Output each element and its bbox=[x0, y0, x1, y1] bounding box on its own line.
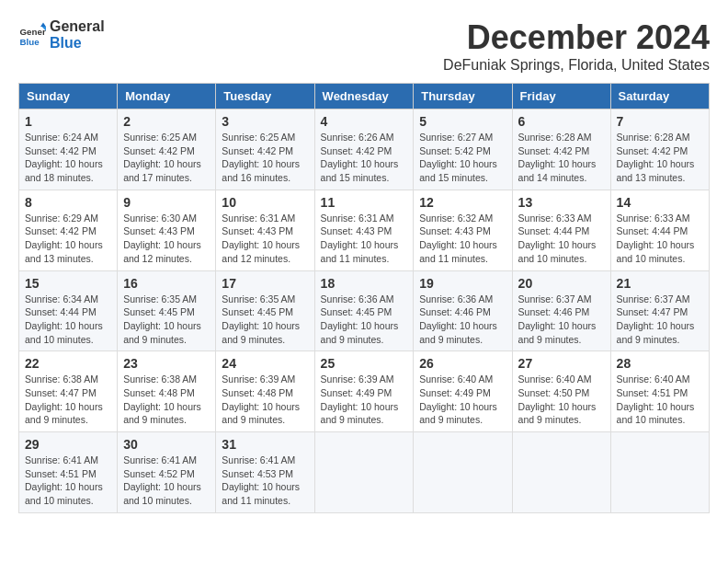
day-header-monday: Monday bbox=[118, 84, 216, 109]
day-cell-14: 14Sunrise: 6:33 AMSunset: 4:44 PMDayligh… bbox=[610, 190, 709, 270]
day-info: Sunrise: 6:38 AMSunset: 4:48 PMDaylight:… bbox=[123, 373, 210, 427]
day-cell-10: 10Sunrise: 6:31 AMSunset: 4:43 PMDayligh… bbox=[216, 190, 314, 270]
day-number: 29 bbox=[25, 437, 111, 452]
svg-text:General: General bbox=[20, 27, 47, 37]
calendar-week-1: 1Sunrise: 6:24 AMSunset: 4:42 PMDaylight… bbox=[19, 109, 710, 190]
svg-marker-2 bbox=[40, 22, 46, 27]
day-cell-20: 20Sunrise: 6:37 AMSunset: 4:46 PMDayligh… bbox=[512, 270, 610, 351]
day-number: 20 bbox=[518, 276, 605, 291]
day-cell-1: 1Sunrise: 6:24 AMSunset: 4:42 PMDaylight… bbox=[19, 109, 118, 190]
calendar-table: SundayMondayTuesdayWednesdayThursdayFrid… bbox=[18, 83, 710, 513]
day-number: 10 bbox=[222, 195, 308, 210]
day-cell-29: 29Sunrise: 6:41 AMSunset: 4:51 PMDayligh… bbox=[19, 432, 118, 513]
day-info: Sunrise: 6:41 AMSunset: 4:53 PMDaylight:… bbox=[222, 454, 308, 508]
day-cell-7: 7Sunrise: 6:28 AMSunset: 4:42 PMDaylight… bbox=[610, 109, 709, 190]
day-cell-9: 9Sunrise: 6:30 AMSunset: 4:43 PMDaylight… bbox=[118, 190, 216, 270]
day-info: Sunrise: 6:30 AMSunset: 4:43 PMDaylight:… bbox=[123, 212, 210, 266]
day-info: Sunrise: 6:40 AMSunset: 4:51 PMDaylight:… bbox=[617, 373, 703, 427]
empty-cell bbox=[414, 432, 512, 513]
day-info: Sunrise: 6:28 AMSunset: 4:42 PMDaylight:… bbox=[518, 131, 605, 185]
day-info: Sunrise: 6:35 AMSunset: 4:45 PMDaylight:… bbox=[123, 293, 210, 347]
day-info: Sunrise: 6:25 AMSunset: 4:42 PMDaylight:… bbox=[222, 131, 308, 185]
day-number: 4 bbox=[321, 114, 408, 129]
calendar-week-2: 8Sunrise: 6:29 AMSunset: 4:42 PMDaylight… bbox=[19, 190, 710, 270]
day-number: 3 bbox=[222, 114, 308, 129]
day-cell-4: 4Sunrise: 6:26 AMSunset: 4:42 PMDaylight… bbox=[314, 109, 414, 190]
day-header-thursday: Thursday bbox=[414, 84, 512, 109]
page-header: General Blue General Blue December 2024 … bbox=[18, 18, 710, 74]
logo-text-general: General bbox=[50, 18, 105, 35]
day-header-friday: Friday bbox=[512, 84, 610, 109]
day-number: 8 bbox=[25, 195, 111, 210]
day-info: Sunrise: 6:35 AMSunset: 4:45 PMDaylight:… bbox=[222, 293, 308, 347]
day-number: 18 bbox=[321, 276, 408, 291]
day-number: 25 bbox=[321, 356, 408, 371]
day-cell-12: 12Sunrise: 6:32 AMSunset: 4:43 PMDayligh… bbox=[414, 190, 512, 270]
day-cell-28: 28Sunrise: 6:40 AMSunset: 4:51 PMDayligh… bbox=[610, 351, 709, 432]
day-info: Sunrise: 6:31 AMSunset: 4:43 PMDaylight:… bbox=[321, 212, 408, 266]
day-info: Sunrise: 6:29 AMSunset: 4:42 PMDaylight:… bbox=[25, 212, 111, 266]
day-info: Sunrise: 6:40 AMSunset: 4:50 PMDaylight:… bbox=[518, 373, 605, 427]
logo-icon: General Blue bbox=[18, 21, 46, 49]
day-number: 31 bbox=[222, 437, 308, 452]
day-cell-27: 27Sunrise: 6:40 AMSunset: 4:50 PMDayligh… bbox=[512, 351, 610, 432]
day-number: 23 bbox=[123, 356, 210, 371]
day-info: Sunrise: 6:41 AMSunset: 4:52 PMDaylight:… bbox=[123, 454, 210, 508]
day-info: Sunrise: 6:33 AMSunset: 4:44 PMDaylight:… bbox=[617, 212, 703, 266]
day-number: 5 bbox=[419, 114, 506, 129]
day-cell-8: 8Sunrise: 6:29 AMSunset: 4:42 PMDaylight… bbox=[19, 190, 118, 270]
day-number: 24 bbox=[222, 356, 308, 371]
day-info: Sunrise: 6:24 AMSunset: 4:42 PMDaylight:… bbox=[25, 131, 111, 185]
day-cell-2: 2Sunrise: 6:25 AMSunset: 4:42 PMDaylight… bbox=[118, 109, 216, 190]
day-number: 1 bbox=[25, 114, 111, 129]
calendar-week-3: 15Sunrise: 6:34 AMSunset: 4:44 PMDayligh… bbox=[19, 270, 710, 351]
empty-cell bbox=[512, 432, 610, 513]
day-info: Sunrise: 6:39 AMSunset: 4:48 PMDaylight:… bbox=[222, 373, 308, 427]
day-info: Sunrise: 6:27 AMSunset: 5:42 PMDaylight:… bbox=[419, 131, 506, 185]
day-number: 7 bbox=[617, 114, 703, 129]
day-info: Sunrise: 6:37 AMSunset: 4:47 PMDaylight:… bbox=[617, 293, 703, 347]
day-info: Sunrise: 6:32 AMSunset: 4:43 PMDaylight:… bbox=[419, 212, 506, 266]
day-info: Sunrise: 6:36 AMSunset: 4:45 PMDaylight:… bbox=[321, 293, 408, 347]
day-info: Sunrise: 6:38 AMSunset: 4:47 PMDaylight:… bbox=[25, 373, 111, 427]
day-cell-18: 18Sunrise: 6:36 AMSunset: 4:45 PMDayligh… bbox=[314, 270, 414, 351]
day-header-tuesday: Tuesday bbox=[216, 84, 314, 109]
day-number: 15 bbox=[25, 276, 111, 291]
day-number: 27 bbox=[518, 356, 605, 371]
day-number: 21 bbox=[617, 276, 703, 291]
day-number: 9 bbox=[123, 195, 210, 210]
day-info: Sunrise: 6:31 AMSunset: 4:43 PMDaylight:… bbox=[222, 212, 308, 266]
day-info: Sunrise: 6:28 AMSunset: 4:42 PMDaylight:… bbox=[617, 131, 703, 185]
day-cell-13: 13Sunrise: 6:33 AMSunset: 4:44 PMDayligh… bbox=[512, 190, 610, 270]
day-cell-16: 16Sunrise: 6:35 AMSunset: 4:45 PMDayligh… bbox=[118, 270, 216, 351]
day-number: 12 bbox=[419, 195, 506, 210]
empty-cell bbox=[314, 432, 414, 513]
day-info: Sunrise: 6:33 AMSunset: 4:44 PMDaylight:… bbox=[518, 212, 605, 266]
calendar-week-4: 22Sunrise: 6:38 AMSunset: 4:47 PMDayligh… bbox=[19, 351, 710, 432]
day-cell-6: 6Sunrise: 6:28 AMSunset: 4:42 PMDaylight… bbox=[512, 109, 610, 190]
day-header-sunday: Sunday bbox=[19, 84, 118, 109]
day-cell-23: 23Sunrise: 6:38 AMSunset: 4:48 PMDayligh… bbox=[118, 351, 216, 432]
day-cell-17: 17Sunrise: 6:35 AMSunset: 4:45 PMDayligh… bbox=[216, 270, 314, 351]
day-number: 16 bbox=[123, 276, 210, 291]
day-number: 28 bbox=[617, 356, 703, 371]
day-number: 30 bbox=[123, 437, 210, 452]
title-section: December 2024 DeFuniak Springs, Florida,… bbox=[443, 18, 710, 74]
day-header-saturday: Saturday bbox=[610, 84, 709, 109]
day-cell-15: 15Sunrise: 6:34 AMSunset: 4:44 PMDayligh… bbox=[19, 270, 118, 351]
subtitle: DeFuniak Springs, Florida, United States bbox=[443, 57, 710, 74]
day-number: 17 bbox=[222, 276, 308, 291]
day-info: Sunrise: 6:26 AMSunset: 4:42 PMDaylight:… bbox=[321, 131, 408, 185]
day-cell-19: 19Sunrise: 6:36 AMSunset: 4:46 PMDayligh… bbox=[414, 270, 512, 351]
day-number: 2 bbox=[123, 114, 210, 129]
day-info: Sunrise: 6:36 AMSunset: 4:46 PMDaylight:… bbox=[419, 293, 506, 347]
day-info: Sunrise: 6:37 AMSunset: 4:46 PMDaylight:… bbox=[518, 293, 605, 347]
svg-text:Blue: Blue bbox=[20, 36, 40, 46]
day-header-wednesday: Wednesday bbox=[314, 84, 414, 109]
day-cell-21: 21Sunrise: 6:37 AMSunset: 4:47 PMDayligh… bbox=[610, 270, 709, 351]
day-info: Sunrise: 6:39 AMSunset: 4:49 PMDaylight:… bbox=[321, 373, 408, 427]
logo: General Blue General Blue bbox=[18, 18, 105, 51]
day-info: Sunrise: 6:41 AMSunset: 4:51 PMDaylight:… bbox=[25, 454, 111, 508]
day-info: Sunrise: 6:25 AMSunset: 4:42 PMDaylight:… bbox=[123, 131, 210, 185]
day-info: Sunrise: 6:34 AMSunset: 4:44 PMDaylight:… bbox=[25, 293, 111, 347]
